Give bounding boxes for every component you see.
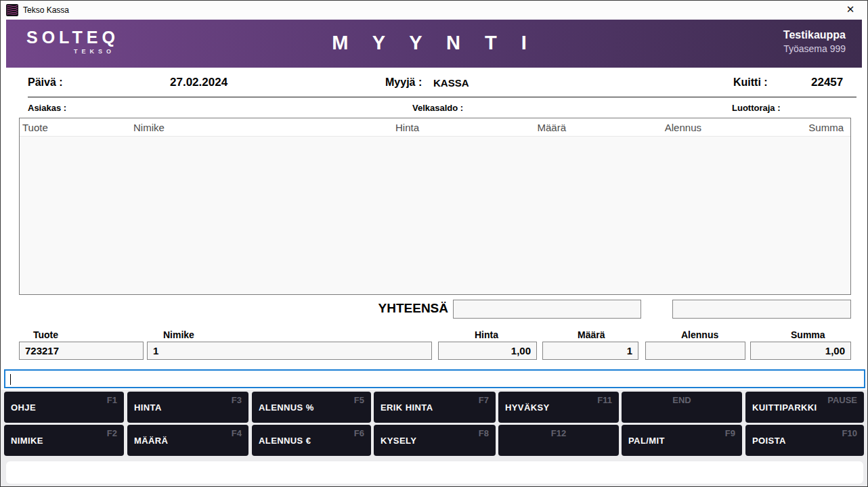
app-window: Tekso Kassa ✕ SOLTEQ TEKSO M Y Y N T I T… bbox=[0, 0, 868, 487]
quantity-field[interactable] bbox=[542, 342, 638, 360]
date-label: Päivä : bbox=[28, 76, 63, 89]
solteq-wave-icon bbox=[6, 4, 18, 16]
terminal-id: Työasema 999 bbox=[783, 43, 846, 54]
store-name: Testikauppa bbox=[783, 29, 846, 41]
fkey-alennus-prosentti[interactable]: ALENNUS % F5 bbox=[252, 392, 371, 423]
fkey-label: NIMIKE bbox=[11, 436, 43, 446]
fkey-shortcut: F6 bbox=[354, 428, 364, 438]
text-caret bbox=[10, 374, 11, 385]
fkey-shortcut: F12 bbox=[498, 428, 619, 438]
fkey-shortcut: F10 bbox=[842, 428, 857, 438]
fkey-label: HYVÄKSY bbox=[505, 402, 550, 413]
fkey-label: POISTA bbox=[752, 436, 786, 446]
fkey-shortcut: F5 bbox=[354, 395, 364, 405]
fkey-label: MÄÄRÄ bbox=[134, 436, 168, 446]
fkey-shortcut: END bbox=[622, 395, 742, 405]
date-value: 27.02.2024 bbox=[170, 76, 227, 89]
fkey-nimike[interactable]: NIMIKE F2 bbox=[4, 425, 124, 456]
column-header-hinta: Hinta bbox=[338, 122, 419, 133]
store-info: Testikauppa Työasema 999 bbox=[783, 29, 846, 54]
fkey-shortcut: F1 bbox=[107, 395, 117, 405]
fkey-poista[interactable]: POISTA F10 bbox=[745, 425, 864, 456]
status-bar bbox=[6, 461, 863, 484]
fkey-shortcut: F3 bbox=[232, 395, 242, 405]
fkey-label: KYSELY bbox=[381, 436, 416, 446]
fkey-label: PAL/MIT bbox=[628, 436, 665, 446]
fkey-shortcut: F8 bbox=[479, 428, 489, 438]
entry-label-hinta: Hinta bbox=[475, 329, 498, 340]
fkey-shortcut: F4 bbox=[232, 428, 242, 438]
fkey-shortcut: F7 bbox=[479, 395, 489, 405]
titlebar: Tekso Kassa ✕ bbox=[1, 1, 867, 19]
receipt-label: Kuitti : bbox=[733, 76, 768, 89]
fkey-end-blank[interactable]: END bbox=[622, 392, 742, 423]
fkey-alennus-euro[interactable]: ALENNUS € F6 bbox=[252, 425, 371, 456]
fkey-shortcut: PAUSE bbox=[827, 395, 857, 405]
command-input[interactable] bbox=[4, 369, 865, 388]
product-code-field[interactable] bbox=[19, 342, 144, 360]
fkey-maara[interactable]: MÄÄRÄ F4 bbox=[127, 425, 248, 456]
entry-label-tuote: Tuote bbox=[33, 329, 58, 340]
sum-field[interactable] bbox=[750, 342, 851, 360]
discount-field[interactable] bbox=[645, 342, 745, 360]
total-amount-field[interactable] bbox=[453, 300, 641, 319]
fkey-ohje[interactable]: OHJE F1 bbox=[4, 392, 124, 423]
entry-label-nimike: Nimike bbox=[163, 329, 194, 340]
close-button[interactable]: ✕ bbox=[840, 1, 861, 18]
total-secondary-field[interactable] bbox=[672, 300, 851, 319]
price-field[interactable] bbox=[438, 342, 537, 360]
credit-limit-label: Luottoraja : bbox=[732, 103, 781, 113]
debt-label: Velkasaldo : bbox=[412, 103, 463, 113]
page-title: M Y Y N T I bbox=[6, 32, 862, 54]
fkey-kysely[interactable]: KYSELY F8 bbox=[374, 425, 496, 456]
total-label: YHTEENSÄ bbox=[378, 301, 448, 316]
cashier-value: KASSA bbox=[433, 77, 469, 89]
item-name-field[interactable] bbox=[147, 342, 432, 360]
fkey-shortcut: F9 bbox=[725, 428, 735, 438]
column-header-tuote: Tuote bbox=[22, 122, 133, 133]
entry-label-maara: Määrä bbox=[578, 329, 605, 340]
window-title: Tekso Kassa bbox=[23, 5, 69, 15]
fkey-f12-blank[interactable]: F12 bbox=[498, 425, 619, 456]
fkey-erik-hinta[interactable]: ERIK HINTA F7 bbox=[374, 392, 496, 423]
divider-line bbox=[28, 97, 856, 97]
receipt-number: 22457 bbox=[811, 76, 843, 89]
table-body-empty bbox=[20, 137, 850, 294]
fkey-label: HINTA bbox=[134, 402, 162, 413]
fkey-pal-mit[interactable]: PAL/MIT F9 bbox=[622, 425, 742, 456]
fkey-hinta[interactable]: HINTA F3 bbox=[127, 392, 248, 423]
fkey-label: ALENNUS % bbox=[259, 402, 314, 413]
column-header-alennus: Alennus bbox=[566, 122, 701, 133]
fkey-label: ALENNUS € bbox=[259, 436, 311, 446]
cashier-label: Myyjä : bbox=[385, 76, 422, 89]
fkey-label: KUITTIPARKKI bbox=[752, 402, 817, 413]
fkey-label: ERIK HINTA bbox=[381, 402, 433, 413]
entry-label-alennus: Alennus bbox=[681, 329, 718, 340]
fkey-label: OHJE bbox=[11, 402, 36, 413]
column-header-nimike: Nimike bbox=[133, 122, 338, 133]
entry-label-summa: Summa bbox=[791, 329, 825, 340]
function-key-panel: OHJE F1 HINTA F3 ALENNUS % F5 ERIK HINTA… bbox=[1, 390, 867, 486]
header-banner: SOLTEQ TEKSO M Y Y N T I Testikauppa Työ… bbox=[6, 20, 862, 68]
fkey-shortcut: F11 bbox=[597, 395, 612, 405]
fkey-kuittiparkki[interactable]: KUITTIPARKKI PAUSE bbox=[745, 392, 864, 423]
fkey-hyvaksy[interactable]: HYVÄKSY F11 bbox=[498, 392, 619, 423]
column-header-summa: Summa bbox=[701, 122, 844, 133]
sale-items-table[interactable]: Tuote Nimike Hinta Määrä Alennus Summa bbox=[19, 118, 851, 295]
fkey-shortcut: F2 bbox=[107, 428, 117, 438]
column-header-maara: Määrä bbox=[419, 122, 566, 133]
table-header-row: Tuote Nimike Hinta Määrä Alennus Summa bbox=[20, 118, 850, 137]
customer-label: Asiakas : bbox=[28, 103, 66, 113]
